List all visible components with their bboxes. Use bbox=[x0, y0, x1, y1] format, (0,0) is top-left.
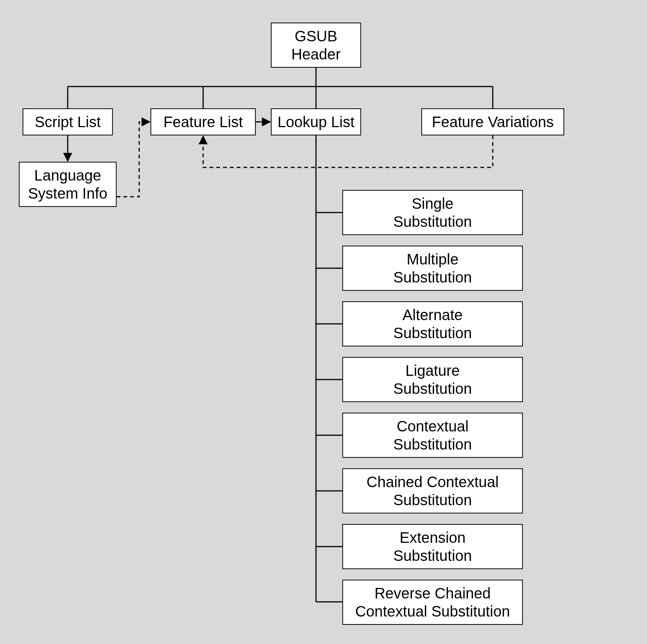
node-subst-chained-contextual: Chained Contextual Substitution bbox=[342, 468, 523, 513]
node-subst-contextual: Contextual Substitution bbox=[342, 413, 523, 458]
node-lookup-list: Lookup List bbox=[271, 108, 361, 135]
node-script-list: Script List bbox=[23, 108, 113, 135]
node-subst-multiple: Multiple Substitution bbox=[342, 246, 523, 291]
node-language-system-info: Language System Info bbox=[19, 162, 117, 207]
node-subst-alternate: Alternate Substitution bbox=[342, 301, 523, 346]
node-subst-extension: Extension Substitution bbox=[342, 524, 523, 569]
diagram-connectors bbox=[0, 0, 647, 644]
node-subst-ligature: Ligature Substitution bbox=[342, 357, 523, 402]
diagram-canvas: GSUB Header Script List Feature List Loo… bbox=[0, 0, 647, 644]
node-feature-variations: Feature Variations bbox=[421, 108, 564, 135]
node-subst-reverse-chained: Reverse Chained Contextual Substitution bbox=[342, 580, 523, 625]
node-gsub-header: GSUB Header bbox=[271, 23, 361, 68]
node-feature-list: Feature List bbox=[150, 108, 256, 135]
node-subst-single: Single Substitution bbox=[342, 190, 523, 235]
